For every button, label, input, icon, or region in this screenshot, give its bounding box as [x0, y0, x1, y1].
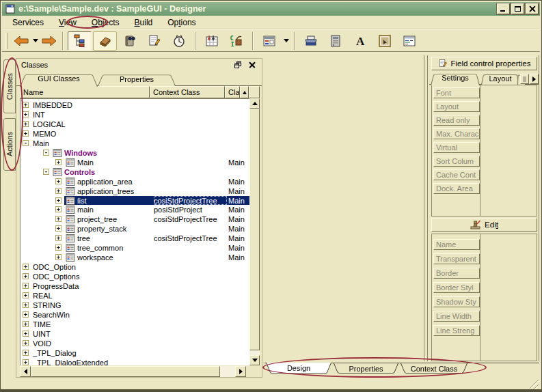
column-header-context-class[interactable]: Context Class [150, 86, 225, 98]
navigate-back-button[interactable] [12, 31, 31, 51]
tree-row-string[interactable]: +STRING [21, 300, 249, 310]
expand-icon[interactable]: + [23, 350, 29, 356]
library-book-button[interactable] [118, 31, 142, 51]
tree-row-list[interactable]: +listcosiStdProjectTreeMain [21, 196, 249, 206]
tab-layout[interactable]: Layout [481, 73, 519, 85]
splitter[interactable] [427, 55, 428, 361]
expand-icon[interactable]: + [55, 188, 62, 194]
field-control-properties-button[interactable]: Field control properties [431, 57, 537, 70]
sort-ascending-button[interactable] [240, 86, 249, 98]
expand-icon[interactable]: + [23, 302, 29, 308]
font-button[interactable] [348, 31, 372, 51]
property-button-shadow-sty[interactable]: Shadow Sty [433, 296, 480, 307]
collapse-icon[interactable]: - [43, 150, 49, 156]
image-editor-button[interactable] [372, 31, 397, 51]
property-button-max-charac[interactable]: Max. Charac [433, 128, 480, 139]
bottom-tab-context-class[interactable]: Context Class [401, 363, 468, 375]
tree-row-application-area[interactable]: +application_areaMain [21, 177, 249, 186]
property-button-cache-cont[interactable]: Cache Cont [433, 169, 480, 180]
edit-button[interactable]: Edit [431, 218, 537, 232]
bottom-tab-design[interactable]: Design [266, 363, 331, 376]
expand-icon[interactable]: + [55, 235, 62, 241]
horizontal-scroll-thumb[interactable] [31, 366, 220, 377]
tree-row-void[interactable]: +VOID [21, 339, 249, 348]
expand-icon[interactable]: + [23, 121, 29, 127]
menu-view[interactable]: View [51, 17, 84, 28]
property-button-border[interactable]: Border [433, 268, 480, 279]
expand-icon[interactable]: + [23, 321, 29, 327]
expand-icon[interactable]: + [23, 340, 29, 346]
float-panel-button[interactable] [233, 60, 243, 70]
runtime-clock-button[interactable] [167, 31, 191, 51]
column-header-name[interactable]: Name [20, 86, 150, 98]
tree-row-tpl-dialogextended[interactable]: +_TPL_DialogExtended [21, 358, 249, 365]
form-window-button[interactable] [257, 31, 282, 51]
close-panel-button[interactable] [247, 60, 257, 70]
expand-icon[interactable]: + [55, 159, 62, 165]
tree-row-uint[interactable]: +UINT [21, 329, 249, 339]
expand-icon[interactable]: + [23, 111, 29, 117]
tree-row-main[interactable]: -Main [21, 139, 249, 148]
expand-icon[interactable]: + [23, 264, 29, 270]
resize-grip[interactable] [528, 378, 539, 389]
property-button-border-styl[interactable]: Border Styl [433, 282, 480, 293]
expand-icon[interactable]: + [23, 273, 29, 279]
tree-row-odc-options[interactable]: +ODC_Options [21, 272, 249, 281]
property-button-layout[interactable]: Layout [433, 101, 480, 112]
class-instance-button[interactable] [224, 31, 249, 51]
column-header-class[interactable]: Class [225, 86, 240, 98]
scroll-up-button[interactable] [249, 98, 260, 109]
tree-row-tree-common[interactable]: +tree_commonMain [21, 243, 249, 253]
minimize-button[interactable] [497, 3, 510, 14]
expand-icon[interactable]: + [55, 244, 62, 251]
tree-row-property-stack[interactable]: +property_stackMain [21, 224, 249, 234]
machine-button[interactable] [323, 31, 348, 51]
expand-icon[interactable]: + [23, 102, 29, 108]
property-button-line-width[interactable]: Line Width [433, 311, 480, 322]
import-table-button[interactable] [200, 31, 224, 51]
tree-row-int[interactable]: +INT [21, 110, 249, 120]
print-button[interactable] [299, 31, 323, 51]
tree-row-odc-option[interactable]: +ODC_Option [21, 262, 249, 272]
dock-tab-actions[interactable]: Actions [3, 118, 16, 171]
expand-icon[interactable]: + [55, 178, 62, 184]
tab-scroll-left-button[interactable] [520, 74, 529, 84]
property-button-transparent[interactable]: Transparent [433, 253, 480, 264]
tree-row-tree[interactable]: +treecosiStdProjectTreeMain [21, 234, 249, 243]
dock-tab-classes[interactable]: Classes [3, 59, 16, 113]
class-hierarchy-view-button[interactable] [68, 31, 92, 51]
menu-objects[interactable]: Objects [84, 17, 127, 28]
tree-row-workspace[interactable]: +workspaceMain [21, 253, 249, 262]
splitter[interactable] [424, 55, 424, 361]
eraser-tool-button[interactable] [93, 31, 117, 51]
property-button-line-streng[interactable]: Line Streng [433, 325, 480, 336]
tree-row-memo[interactable]: +MEMO [21, 129, 249, 139]
tree-row-progressdata[interactable]: +ProgressData [21, 281, 249, 291]
classes-panel-titlebar[interactable]: Classes [16, 59, 262, 71]
tree-row-main[interactable]: +mainposiStdProjectMain [21, 205, 249, 214]
tree-row-logical[interactable]: +LOGICAL [21, 120, 249, 129]
form-window-dropdown-button[interactable] [282, 31, 290, 51]
expand-icon[interactable]: + [23, 130, 29, 137]
property-button-sort-colum[interactable]: Sort Colum [433, 156, 480, 167]
expand-icon[interactable]: + [23, 292, 29, 298]
expand-icon[interactable]: + [55, 225, 62, 232]
vertical-scroll-thumb[interactable] [249, 109, 260, 350]
close-button[interactable] [526, 3, 539, 14]
toolbar-grip[interactable] [5, 33, 8, 49]
collapse-icon[interactable]: - [23, 140, 29, 146]
tree-row-main[interactable]: +MainMain [21, 158, 249, 167]
tree-row-application-trees[interactable]: +application_treesMain [21, 186, 249, 196]
tab-scroll-right-button[interactable] [530, 74, 539, 84]
tree-horizontal-scrollbar[interactable] [20, 366, 246, 377]
source-window-button[interactable] [397, 31, 422, 51]
tree-row-project-tree[interactable]: +project_treecosiStdProjectTreeMain [21, 214, 249, 224]
expand-icon[interactable]: + [23, 359, 29, 365]
edit-document-button[interactable] [142, 31, 167, 51]
tab-gui-classes[interactable]: GUI Classes [20, 72, 98, 87]
scroll-right-button[interactable] [235, 366, 246, 377]
property-button-font[interactable]: Font [433, 87, 480, 98]
property-button-dock-area[interactable]: Dock. Area [433, 183, 480, 194]
property-button-virtual[interactable]: Virtual [433, 142, 480, 153]
navigate-forward-button[interactable] [40, 31, 59, 51]
